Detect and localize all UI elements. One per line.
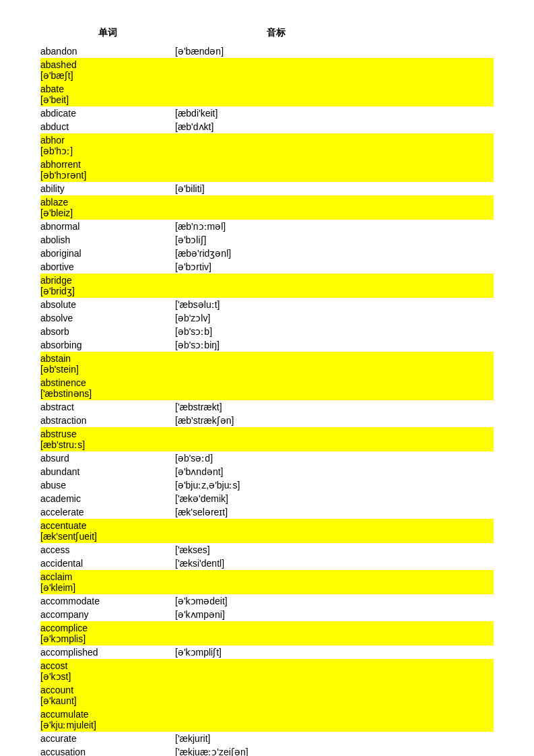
word-cell: accentuate xyxy=(40,520,175,531)
word-cell: account xyxy=(40,685,175,695)
word-row: absorb[əb'sɔːb] xyxy=(40,325,494,338)
phonetic-cell: [əb'zɔlv] xyxy=(175,313,444,323)
phonetic-cell: [æbə'ridʒənl] xyxy=(175,248,444,259)
word-row: absurd[əb'səːd] xyxy=(40,451,494,465)
phonetic-cell: [æk'seləreɪt] xyxy=(175,507,444,517)
phonetic-cell: ['ækjuæːɔ'zeiʃən] xyxy=(175,747,444,756)
word-row: account[ə'kaunt] xyxy=(40,683,494,707)
word-row: abdicate[æbdi'keit] xyxy=(40,106,494,120)
word-cell: abstraction xyxy=(40,415,175,426)
phonetic-cell: [ə'kaunt] xyxy=(40,695,310,706)
phonetic-cell: [ə'kleim] xyxy=(40,582,310,593)
word-list: abandon[ə'bændən]abashed[ə'bæʃt]abate[ə'… xyxy=(40,44,494,756)
phonetic-cell: [əb'stein] xyxy=(40,364,310,375)
word-row: absolve[əb'zɔlv] xyxy=(40,311,494,325)
word-row: accentuate[æk'sentʃueit] xyxy=(40,519,494,543)
word-row: academic['ækə'demik] xyxy=(40,492,494,505)
word-cell: absolute xyxy=(40,299,175,310)
word-cell: abate xyxy=(40,84,175,94)
phonetic-cell: [ə'bleiz] xyxy=(40,208,310,218)
word-row: accusation['ækjuæːɔ'zeiʃən] xyxy=(40,745,494,756)
word-row: ability[ə'biliti] xyxy=(40,182,494,195)
word-cell: abhorrent xyxy=(40,159,175,170)
phonetic-cell: [ə'bɔliʃ] xyxy=(175,234,444,245)
phonetic-cell: [ə'biliti] xyxy=(175,183,444,194)
phonetic-cell: [ə'bændən] xyxy=(175,46,444,57)
phonetic-cell: [ə'kɔmpliʃt] xyxy=(175,647,444,658)
word-cell: absolve xyxy=(40,313,175,323)
word-row: accelerate[æk'seləreɪt] xyxy=(40,505,494,519)
word-cell: abstinence xyxy=(40,377,175,388)
word-row: abashed[ə'bæʃt] xyxy=(40,58,494,82)
word-cell: abnormal xyxy=(40,221,175,232)
word-cell: accomplished xyxy=(40,647,175,658)
word-cell: abundant xyxy=(40,466,175,477)
word-row: abhorrent[əb'hɔrənt] xyxy=(40,158,494,182)
word-row: abstruse[æb'struːs] xyxy=(40,427,494,451)
word-cell: accidental xyxy=(40,558,175,569)
word-cell: accomplice xyxy=(40,623,175,633)
phonetic-cell: [ə'beit] xyxy=(40,94,310,105)
phonetic-cell: [ə'bridʒ] xyxy=(40,286,310,296)
word-row: access['ækses] xyxy=(40,543,494,557)
word-cell: abolish xyxy=(40,234,175,245)
phonetic-cell: [əb'hɔː] xyxy=(40,146,310,156)
phonetic-cell: [ə'bɔrtiv] xyxy=(175,261,444,272)
word-row: abortive[ə'bɔrtiv] xyxy=(40,260,494,274)
column-header-phonetic: 音标 xyxy=(175,27,377,39)
word-row: abate[ə'beit] xyxy=(40,82,494,106)
phonetic-cell: [ə'kɔst] xyxy=(40,671,310,682)
word-row: accomplished[ə'kɔmpliʃt] xyxy=(40,645,494,659)
word-cell: acclaim xyxy=(40,571,175,582)
word-cell: abandon xyxy=(40,46,175,57)
phonetic-cell: [æbdi'keit] xyxy=(175,108,444,119)
word-row: abstraction[æb'strækʃən] xyxy=(40,414,494,427)
word-cell: aboriginal xyxy=(40,248,175,259)
word-cell: ablaze xyxy=(40,197,175,208)
word-row: accomplice[ə'kɔmplis] xyxy=(40,621,494,645)
word-cell: absorbing xyxy=(40,340,175,350)
word-cell: abstruse xyxy=(40,429,175,439)
phonetic-cell: [ə'bjuːz,ə'bjuːs] xyxy=(175,480,444,491)
word-cell: abdicate xyxy=(40,108,175,119)
word-row: accompany[ə'kʌmpəni] xyxy=(40,608,494,621)
phonetic-cell: [əb'səːd] xyxy=(175,453,444,464)
word-row: accurate['ækjurit] xyxy=(40,732,494,745)
phonetic-cell: [əb'hɔrənt] xyxy=(40,170,310,181)
word-row: accumulate[ə'kjuːmjuleit] xyxy=(40,707,494,732)
phonetic-cell: ['ækjurit] xyxy=(175,733,444,744)
phonetic-cell: [æb'dʌkt] xyxy=(175,121,444,132)
word-row: ablaze[ə'bleiz] xyxy=(40,195,494,220)
word-row: absolute['æbsəluːt] xyxy=(40,298,494,311)
phonetic-cell: [ə'kjuːmjuleit] xyxy=(40,720,310,730)
phonetic-cell: ['ækə'demik] xyxy=(175,493,444,504)
word-row: abridge[ə'bridʒ] xyxy=(40,274,494,298)
word-cell: absurd xyxy=(40,453,175,464)
word-cell: abstract xyxy=(40,402,175,412)
word-row: abstinence['æbstinəns] xyxy=(40,376,494,400)
word-cell: accumulate xyxy=(40,709,175,720)
word-row: accidental['æksi'dentl] xyxy=(40,557,494,570)
word-cell: accost xyxy=(40,660,175,671)
phonetic-cell: [æk'sentʃueit] xyxy=(40,531,310,542)
word-cell: academic xyxy=(40,493,175,504)
word-cell: absorb xyxy=(40,326,175,337)
phonetic-cell: [ə'kɔmplis] xyxy=(40,633,310,644)
phonetic-cell: ['æbstinəns] xyxy=(40,388,310,399)
word-cell: accelerate xyxy=(40,507,175,517)
word-cell: ability xyxy=(40,183,175,194)
word-cell: accompany xyxy=(40,609,175,620)
word-row: accommodate[ə'kɔmədeit] xyxy=(40,594,494,608)
phonetic-cell: [ə'kʌmpəni] xyxy=(175,609,444,620)
word-cell: abortive xyxy=(40,261,175,272)
word-row: accost[ə'kɔst] xyxy=(40,659,494,683)
phonetic-cell: ['æksi'dentl] xyxy=(175,558,444,569)
phonetic-cell: [æb'struːs] xyxy=(40,439,310,450)
phonetic-cell: ['æbstrækt] xyxy=(175,402,444,412)
word-row: abhor[əb'hɔː] xyxy=(40,133,494,158)
phonetic-cell: ['æbsəluːt] xyxy=(175,299,444,310)
phonetic-cell: [æb'nɔːməl] xyxy=(175,221,444,232)
word-cell: access xyxy=(40,544,175,555)
column-header-word: 单词 xyxy=(40,27,175,39)
word-row: acclaim[ə'kleim] xyxy=(40,570,494,594)
